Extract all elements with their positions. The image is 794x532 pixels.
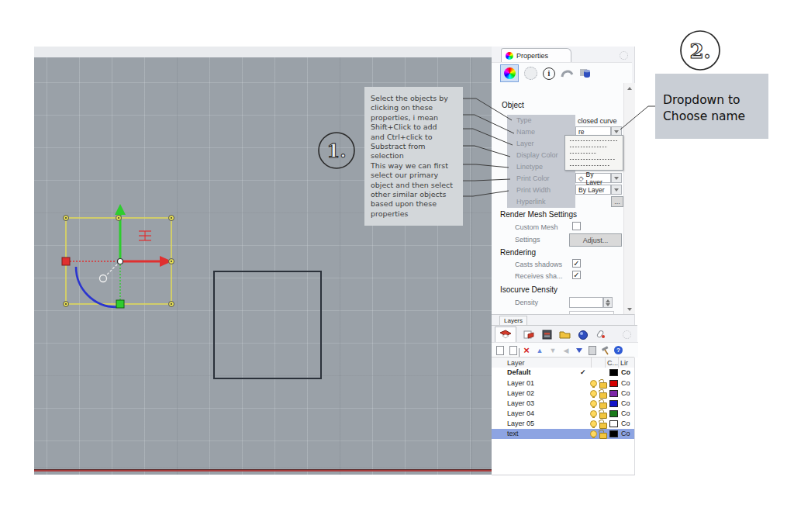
- gear-icon[interactable]: [620, 51, 628, 60]
- print-color-select[interactable]: ◇ By Layer: [575, 173, 611, 183]
- layer-state-icon[interactable]: [523, 330, 535, 340]
- layer-name[interactable]: Default: [507, 368, 531, 376]
- visibility-bulb-icon[interactable]: [590, 410, 597, 417]
- gumball-red-axis[interactable]: [123, 256, 172, 267]
- property-label-print-color[interactable]: Print Color: [507, 173, 575, 185]
- scroll-up-button[interactable]: [624, 83, 635, 93]
- layer-linetype[interactable]: Co: [621, 368, 630, 376]
- layer-color-swatch[interactable]: [609, 380, 618, 387]
- gumball-green-axis[interactable]: [115, 204, 126, 259]
- layer-row[interactable]: Layer 04 Co: [492, 409, 634, 419]
- geometry-icon[interactable]: [561, 67, 574, 79]
- layer-linetype[interactable]: Co: [621, 399, 630, 407]
- layer-color-swatch[interactable]: [609, 430, 618, 437]
- gear-icon[interactable]: [623, 330, 631, 339]
- layer-linetype[interactable]: Co: [621, 379, 630, 387]
- custom-mesh-checkbox[interactable]: [572, 222, 581, 230]
- table-icon[interactable]: [542, 330, 552, 340]
- move-down-icon[interactable]: ▼: [548, 345, 558, 355]
- column-layer[interactable]: Layer: [507, 359, 525, 367]
- layer-name[interactable]: Layer 04: [507, 409, 534, 417]
- unlocked-icon[interactable]: [599, 402, 607, 409]
- current-layer-check[interactable]: ✓: [580, 368, 586, 376]
- tab-properties[interactable]: Properties: [501, 48, 571, 63]
- scroll-down-button[interactable]: [624, 304, 635, 314]
- new-layer-button[interactable]: [495, 345, 505, 355]
- new-sublayer-button[interactable]: [509, 345, 518, 355]
- filter-icon[interactable]: [575, 345, 584, 355]
- property-label-type[interactable]: Type: [507, 115, 575, 126]
- help-icon[interactable]: ?: [614, 346, 623, 354]
- layer-color-swatch[interactable]: [609, 369, 618, 376]
- column-linetype[interactable]: Lir: [620, 359, 628, 367]
- layer-linetype[interactable]: Co: [621, 409, 630, 417]
- delete-layer-icon[interactable]: ×: [522, 345, 531, 355]
- dropdown-option-redacted[interactable]: [569, 157, 616, 161]
- layer-linetype[interactable]: Co: [621, 389, 630, 397]
- layer-row[interactable]: Layer 03 Co: [492, 399, 634, 409]
- texture-mapping-icon[interactable]: [579, 67, 592, 79]
- layer-row-selected[interactable]: text Co: [492, 429, 634, 439]
- print-width-dropdown-button[interactable]: [611, 185, 622, 195]
- dropdown-option-redacted[interactable]: [569, 139, 617, 142]
- dropdown-option-redacted[interactable]: [569, 145, 608, 148]
- layer-row[interactable]: Layer 05 Co: [492, 419, 634, 429]
- print-width-select[interactable]: By Layer: [575, 185, 611, 195]
- unnest-icon[interactable]: ◀: [561, 345, 571, 355]
- object-properties-button[interactable]: [500, 64, 519, 82]
- layer-linetype[interactable]: Co: [621, 430, 630, 437]
- layer-name[interactable]: Layer 05: [507, 420, 534, 427]
- gumball-origin[interactable]: [118, 259, 123, 264]
- layer-row-default[interactable]: Default ✓ Co: [492, 368, 634, 378]
- property-label-hyperlink[interactable]: Hyperlink: [507, 196, 575, 208]
- info-icon[interactable]: i: [543, 67, 555, 80]
- property-label-print-width[interactable]: Print Width: [507, 185, 575, 196]
- properties-scrollbar[interactable]: [623, 83, 635, 314]
- visibility-bulb-icon[interactable]: [590, 430, 597, 437]
- gumball-drag-handle[interactable]: [100, 275, 107, 282]
- layer-color-swatch[interactable]: [609, 390, 618, 397]
- visibility-bulb-icon[interactable]: [590, 380, 597, 387]
- layer-linetype[interactable]: Co: [621, 420, 630, 427]
- visibility-bulb-icon[interactable]: [590, 400, 597, 407]
- print-color-dropdown-button[interactable]: [611, 173, 622, 183]
- adjust-button[interactable]: Adjust...: [569, 233, 622, 247]
- layer-row[interactable]: Layer 02 Co: [492, 389, 634, 399]
- material-icon[interactable]: [524, 67, 537, 80]
- hyperlink-browse-button[interactable]: ...: [611, 196, 623, 207]
- visibility-bulb-icon[interactable]: [590, 420, 597, 427]
- layer-name[interactable]: Layer 01: [507, 379, 534, 387]
- visibility-bulb-icon[interactable]: [590, 390, 597, 397]
- layer-name[interactable]: Layer 02: [507, 389, 534, 397]
- gumball-red-scale-handle[interactable]: [62, 257, 70, 265]
- layer-name[interactable]: text: [507, 430, 519, 437]
- layer-row[interactable]: Layer 01 Co: [492, 378, 634, 389]
- pen-icon[interactable]: [596, 330, 606, 340]
- gumball-green-scale-handle[interactable]: [116, 300, 124, 308]
- dropdown-option-redacted[interactable]: [569, 164, 610, 167]
- column-color[interactable]: C...: [607, 359, 618, 367]
- tab-layers[interactable]: Layers: [499, 316, 527, 325]
- name-dropdown-list[interactable]: [564, 135, 623, 171]
- density-input[interactable]: [569, 297, 603, 308]
- blue-arc-curve[interactable]: [76, 267, 116, 307]
- move-up-icon[interactable]: ▲: [535, 345, 544, 355]
- unlocked-icon[interactable]: [599, 413, 607, 419]
- dropdown-option-redacted[interactable]: [569, 151, 597, 154]
- tools-icon[interactable]: [601, 345, 610, 355]
- layer-color-swatch[interactable]: [609, 420, 618, 427]
- casts-shadows-checkbox[interactable]: ✓: [572, 259, 581, 268]
- sphere-icon[interactable]: [578, 330, 589, 340]
- match-layer-icon[interactable]: [588, 345, 597, 355]
- layer-name[interactable]: Layer 03: [507, 399, 534, 407]
- layer-color-swatch[interactable]: [609, 410, 618, 417]
- density-spinner[interactable]: [603, 297, 613, 308]
- receives-shadows-checkbox[interactable]: ✓: [572, 271, 581, 279]
- unlocked-icon[interactable]: [599, 433, 607, 439]
- folder-icon[interactable]: [559, 330, 571, 339]
- layer-color-swatch[interactable]: [609, 400, 618, 407]
- unlocked-icon[interactable]: [599, 392, 607, 399]
- model-layers-tab[interactable]: [495, 326, 516, 343]
- unlocked-icon[interactable]: [599, 423, 607, 429]
- unlocked-icon[interactable]: [599, 382, 607, 389]
